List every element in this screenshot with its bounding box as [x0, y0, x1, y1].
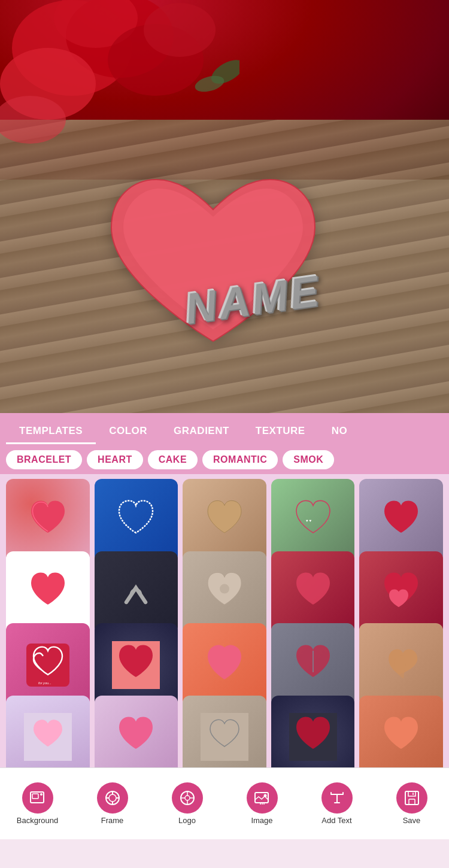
svg-point-22 — [109, 794, 116, 802]
svg-text:for you...: for you... — [38, 681, 51, 685]
template-item-8[interactable] — [183, 551, 266, 635]
tab-templates[interactable]: TEMPLATES — [6, 418, 96, 444]
svg-rect-37 — [409, 799, 415, 805]
toolbar-add-text[interactable]: Add Text — [310, 782, 364, 825]
toolbar-background[interactable]: Background — [11, 782, 65, 825]
toolbar-logo[interactable]: Logo — [160, 782, 214, 825]
svg-point-28 — [185, 796, 190, 800]
save-label: Save — [403, 816, 421, 825]
template-preview-6 — [6, 551, 90, 635]
svg-rect-16 — [201, 713, 248, 761]
template-item-16[interactable] — [6, 696, 90, 768]
template-item-7[interactable] — [95, 551, 178, 635]
template-item-18[interactable] — [183, 696, 266, 768]
tabs-container: TEMPLATES COLOR GRADIENT TEXTURE NO BRAC… — [0, 413, 449, 474]
category-cake[interactable]: CAKE — [148, 450, 198, 469]
category-romantic[interactable]: ROMANTIC — [202, 450, 278, 469]
template-preview-10 — [359, 551, 443, 635]
template-preview-9 — [271, 551, 355, 635]
main-preview: NAME — [0, 0, 449, 413]
svg-rect-36 — [405, 791, 418, 805]
template-preview-11: for you... — [6, 623, 90, 707]
tab-texture[interactable]: TEXTURE — [242, 418, 318, 444]
template-item-5[interactable] — [359, 479, 443, 563]
template-item-14[interactable] — [271, 623, 355, 707]
logo-label: Logo — [178, 816, 196, 825]
add-text-label: Add Text — [321, 816, 351, 825]
template-preview-7 — [95, 551, 178, 635]
template-preview-18 — [183, 696, 266, 768]
template-preview-3 — [183, 479, 266, 563]
background-icon — [22, 782, 53, 814]
tab-gradient[interactable]: GRADIENT — [160, 418, 242, 444]
template-preview-19 — [271, 696, 355, 768]
template-preview-5 — [359, 479, 443, 563]
tab-no[interactable]: NO — [318, 418, 361, 444]
template-preview-13 — [183, 623, 266, 707]
svg-point-34 — [263, 794, 266, 797]
template-item-2[interactable] — [95, 479, 178, 563]
template-item-11[interactable]: for you... — [6, 623, 90, 707]
template-item-20[interactable] — [359, 696, 443, 768]
template-preview-15 — [359, 623, 443, 707]
template-preview-1 — [6, 479, 90, 563]
image-label: Image — [251, 816, 272, 825]
frame-icon — [97, 782, 128, 814]
save-icon — [396, 782, 427, 814]
template-item-10[interactable] — [359, 551, 443, 635]
tab-scroll-row: TEMPLATES COLOR GRADIENT TEXTURE NO — [0, 418, 449, 444]
toolbar-frame[interactable]: Frame — [86, 782, 139, 825]
add-text-icon — [321, 782, 353, 814]
category-scroll-row: BRACELET HEART CAKE ROMANTIC SMOK — [0, 444, 449, 474]
template-item-19[interactable] — [271, 696, 355, 768]
template-preview-14 — [271, 623, 355, 707]
logo-icon — [172, 782, 203, 814]
template-item-12[interactable] — [95, 623, 178, 707]
category-smoke[interactable]: SMOK — [283, 450, 334, 469]
template-preview-4: ♥ ♥ — [271, 479, 355, 563]
template-preview-20 — [359, 696, 443, 768]
template-preview-8 — [183, 551, 266, 635]
svg-rect-19 — [32, 794, 38, 799]
template-item-3[interactable] — [183, 479, 266, 563]
template-preview-12 — [95, 623, 178, 707]
svg-point-20 — [40, 793, 43, 796]
tab-color[interactable]: COLOR — [96, 418, 160, 444]
template-item-6[interactable] — [6, 551, 90, 635]
svg-point-6 — [144, 3, 216, 57]
svg-text:♥ ♥: ♥ ♥ — [306, 518, 312, 522]
category-heart[interactable]: HEART — [87, 450, 143, 469]
template-item-1[interactable] — [6, 479, 90, 563]
template-item-15[interactable] — [359, 623, 443, 707]
toolbar-save[interactable]: Save — [385, 782, 439, 825]
template-item-13[interactable] — [183, 623, 266, 707]
template-item-4[interactable]: ♥ ♥ — [271, 479, 355, 563]
toolbar-image[interactable]: Image — [235, 782, 289, 825]
svg-point-10 — [220, 584, 229, 594]
frame-label: Frame — [101, 816, 124, 825]
background-label: Background — [17, 816, 58, 825]
bottom-toolbar: Background Frame L — [0, 767, 449, 839]
template-grid: ♥ ♥ — [0, 474, 449, 767]
template-item-9[interactable] — [271, 551, 355, 635]
image-icon — [247, 782, 278, 814]
template-item-17[interactable] — [95, 696, 178, 768]
category-bracelet[interactable]: BRACELET — [6, 450, 82, 469]
template-preview-17 — [95, 696, 178, 768]
template-preview-2 — [95, 479, 178, 563]
template-preview-16 — [6, 696, 90, 768]
